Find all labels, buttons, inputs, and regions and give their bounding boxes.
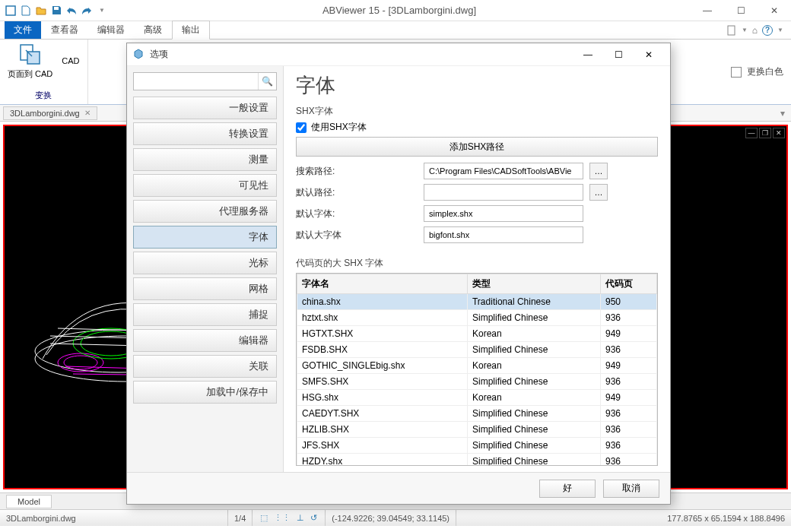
ribbon-tabs: 文件 查看器 编辑器 高级 输出 ▼ ⌂ ? ▼	[0, 21, 791, 40]
category-网格[interactable]: 网格	[133, 277, 277, 300]
options-dialog: 选项 — ☐ ✕ 🔍 一般设置转换设置测量可见性代理服务器字体光标网格捕捉编辑器…	[126, 43, 671, 505]
undo-icon[interactable]	[65, 5, 78, 17]
table-row[interactable]: HZDY.shxSimplified Chinese936	[297, 454, 657, 467]
dialog-close-button[interactable]: ✕	[634, 43, 664, 66]
cancel-button[interactable]: 取消	[603, 480, 659, 498]
status-file: 3DLamborgini.dwg	[0, 510, 228, 526]
category-加载中/保存中[interactable]: 加载中/保存中	[133, 381, 277, 404]
dialog-search-input[interactable]	[134, 73, 258, 90]
add-shx-path-button[interactable]: 添加SHX路径	[296, 137, 658, 157]
dialog-main: 字体 SHX字体 使用SHX字体 添加SHX路径 搜索路径: … 默认路径: …	[284, 66, 670, 472]
main-titlebar: ▼ ABViewer 15 - [3DLamborgini.dwg] — ☐ ✕	[0, 0, 791, 21]
default-path-input[interactable]	[424, 184, 583, 201]
table-row[interactable]: JFS.SHXSimplified Chinese936	[297, 438, 657, 454]
status-dims: 177.8765 x 65.1594 x 188.8496	[661, 510, 791, 526]
status-tool-2-icon[interactable]: ⋮⋮	[272, 513, 292, 523]
search-path-browse-button[interactable]: …	[589, 163, 608, 179]
ok-button[interactable]: 好	[539, 480, 596, 498]
shx-table: 字体名 类型 代码页 china.shxTraditional Chinese9…	[297, 274, 657, 466]
category-字体[interactable]: 字体	[133, 226, 277, 249]
doc-tabs-menu-icon[interactable]: ▾	[780, 108, 791, 119]
ribbon-tab-viewer[interactable]: 查看器	[42, 21, 87, 39]
canvas-close-icon[interactable]: ✕	[773, 128, 785, 138]
category-光标[interactable]: 光标	[133, 252, 277, 274]
category-代理服务器[interactable]: 代理服务器	[133, 200, 277, 223]
ribbon-tab-advanced[interactable]: 高级	[135, 21, 171, 39]
ribbon-help-icon[interactable]: ?	[762, 25, 773, 36]
table-row[interactable]: SMFS.SHXSimplified Chinese936	[297, 374, 657, 390]
status-tool-3-icon[interactable]: ⊥	[295, 513, 306, 523]
status-tool-icons: ⬚ ⋮⋮ ⊥ ↺	[253, 510, 326, 526]
search-icon[interactable]: 🔍	[258, 73, 276, 90]
save-icon[interactable]	[50, 5, 62, 17]
ribbon-help-dropdown[interactable]: ▼	[777, 27, 783, 33]
maximize-button[interactable]: ☐	[724, 0, 758, 21]
default-bigfont-input[interactable]	[424, 226, 583, 243]
qat-dropdown-icon[interactable]: ▼	[96, 5, 108, 17]
category-一般设置[interactable]: 一般设置	[133, 97, 277, 119]
default-bigfont-label: 默认大字体	[296, 229, 418, 242]
dialog-title: 选项	[150, 48, 168, 61]
svg-rect-2	[728, 26, 735, 35]
page-to-cad-button[interactable]: 页面到 CAD	[8, 43, 52, 80]
canvas-restore-icon[interactable]: ❐	[759, 128, 771, 138]
category-可见性[interactable]: 可见性	[133, 174, 277, 197]
dialog-minimize-button[interactable]: —	[573, 43, 603, 66]
category-转换设置[interactable]: 转换设置	[133, 122, 277, 145]
ribbon-tab-editor[interactable]: 编辑器	[88, 21, 134, 39]
new-icon[interactable]	[20, 5, 32, 17]
redo-icon[interactable]	[81, 5, 93, 17]
ribbon-group-convert-label: 变换	[35, 90, 52, 101]
default-path-browse-button[interactable]: …	[589, 184, 608, 201]
table-row[interactable]: hztxt.shxSimplified Chinese936	[297, 310, 657, 326]
table-row[interactable]: FSDB.SHXSimplified Chinese936	[297, 342, 657, 358]
doc-tab-close-icon[interactable]: ✕	[84, 109, 91, 117]
table-row[interactable]: HSG.shxKorean949	[297, 390, 657, 406]
doc-tab[interactable]: 3DLamborgini.dwg ✕	[3, 106, 97, 120]
close-button[interactable]: ✕	[758, 0, 791, 21]
shx-fieldset: SHX字体 使用SHX字体 添加SHX路径 搜索路径: … 默认路径: …	[296, 105, 658, 248]
ribbon-doc-dropdown[interactable]: ▼	[742, 27, 748, 33]
col-codepage[interactable]: 代码页	[601, 274, 657, 294]
col-name[interactable]: 字体名	[297, 274, 468, 294]
status-page: 1/4	[228, 510, 253, 526]
table-row[interactable]: HZLIB.SHXSimplified Chinese936	[297, 422, 657, 438]
category-捕捉[interactable]: 捕捉	[133, 303, 277, 326]
cad-label: CAD	[62, 56, 79, 65]
ribbon-home-icon[interactable]: ⌂	[752, 25, 758, 36]
model-tab[interactable]: Model	[6, 495, 52, 508]
default-font-input[interactable]	[424, 205, 583, 222]
window-title: ABViewer 15 - [3DLamborgini.dwg]	[108, 5, 691, 16]
category-测量[interactable]: 测量	[133, 148, 277, 171]
bg-white-toggle[interactable]: 更换白色	[731, 65, 783, 78]
col-type[interactable]: 类型	[467, 274, 600, 294]
bg-white-icon	[731, 67, 742, 78]
svg-rect-1	[54, 7, 59, 10]
search-path-label: 搜索路径:	[296, 165, 418, 178]
canvas-min-icon[interactable]: —	[745, 128, 758, 138]
table-row[interactable]: china.shxTraditional Chinese950	[297, 294, 657, 310]
ribbon-tab-output[interactable]: 输出	[172, 21, 210, 40]
use-shx-label: 使用SHX字体	[311, 121, 367, 134]
status-tool-4-icon[interactable]: ↺	[309, 513, 319, 523]
shx-table-wrap[interactable]: 字体名 类型 代码页 china.shxTraditional Chinese9…	[296, 273, 658, 466]
use-shx-checkbox[interactable]	[296, 122, 307, 133]
table-row[interactable]: HGTXT.SHXKorean949	[297, 326, 657, 342]
ribbon-tab-file[interactable]: 文件	[5, 21, 41, 39]
search-path-input[interactable]	[424, 163, 583, 179]
cad-button[interactable]: CAD	[62, 56, 79, 65]
dialog-titlebar: 选项 — ☐ ✕	[127, 43, 670, 66]
status-tool-1-icon[interactable]: ⬚	[259, 513, 269, 523]
open-icon[interactable]	[35, 5, 47, 17]
table-row[interactable]: GOTHIC_SINGLEbig.shxKorean949	[297, 358, 657, 374]
canvas-inner-controls: — ❐ ✕	[745, 128, 785, 138]
table-row[interactable]: CAEDYT.SHXSimplified Chinese936	[297, 406, 657, 422]
category-关联[interactable]: 关联	[133, 355, 277, 378]
category-编辑器[interactable]: 编辑器	[133, 329, 277, 352]
ribbon-right-icons: ▼ ⌂ ? ▼	[726, 25, 791, 36]
dialog-search: 🔍	[133, 72, 277, 90]
minimize-button[interactable]: —	[691, 0, 724, 21]
ribbon-doc-icon[interactable]	[726, 25, 737, 36]
dialog-maximize-button[interactable]: ☐	[603, 43, 634, 66]
status-coords: (-124.9226; 39.04549; 33.1145)	[326, 510, 456, 526]
